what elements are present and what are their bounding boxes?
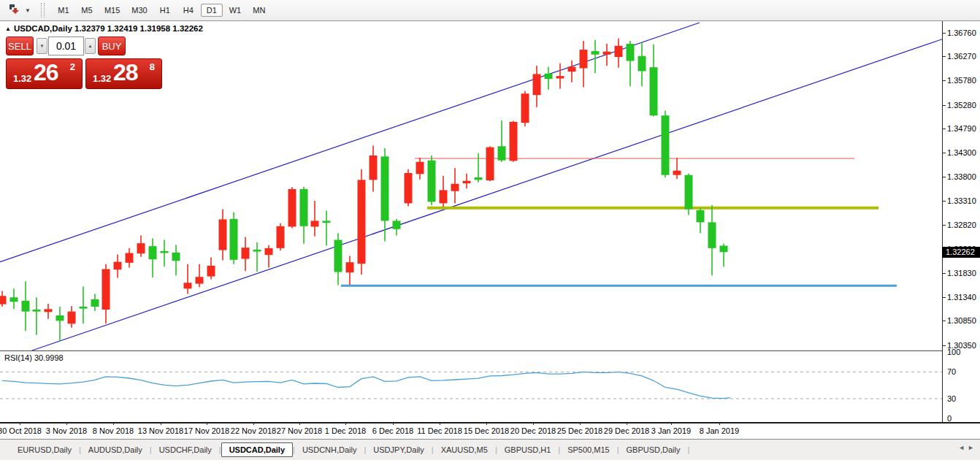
volume-input[interactable]: 0.01 (48, 37, 84, 55)
timeframe-button-d1[interactable]: D1 (201, 4, 223, 17)
sell-price-box[interactable]: 1.32 26 2 (6, 58, 83, 89)
candle (486, 146, 494, 181)
trend-channel-line-2 (32, 39, 942, 350)
price-axis-label: 1.36270 (947, 52, 976, 61)
chart-tab-gbpusd-daily[interactable]: GBPUSD,Daily (619, 443, 688, 456)
time-axis-border (0, 422, 980, 423)
chart-tab-usdcad-daily[interactable]: USDCAD,Daily (221, 442, 293, 457)
timeframe-button-h4[interactable]: H4 (177, 4, 199, 17)
price-axis-tick (942, 297, 946, 298)
timeframe-button-m30[interactable]: M30 (126, 4, 152, 17)
date-axis-tick (253, 423, 254, 425)
tab-scroll-left-icon[interactable]: ◄ (958, 444, 968, 451)
timeframe-button-h1[interactable]: H1 (154, 4, 176, 17)
date-axis-tick (20, 423, 20, 425)
date-axis-tick (627, 423, 627, 425)
rsi-axis-label: 30 (947, 394, 956, 403)
candle (720, 244, 728, 267)
date-axis-tick (207, 423, 207, 425)
timeframe-button-m1[interactable]: M1 (53, 4, 74, 17)
price-axis-label: 1.36760 (947, 28, 976, 37)
candle (56, 307, 64, 341)
date-axis-label: 15 Dec 2018 (464, 426, 509, 435)
buy-price-prefix: 1.32 (93, 73, 111, 84)
volume-down-spinner[interactable]: ▼ (37, 38, 47, 54)
timeframe-button-m15[interactable]: M15 (99, 4, 125, 17)
collapse-icon[interactable]: ▲ (5, 26, 11, 32)
candle (126, 248, 134, 268)
candle (685, 174, 693, 215)
candle (370, 146, 378, 192)
candle (650, 45, 658, 117)
candle (673, 158, 681, 179)
sell-price-main: 26 (34, 59, 58, 86)
candle (242, 237, 250, 271)
chart-tab-sp500-m15[interactable]: SP500,M15 (560, 443, 616, 456)
chart-tab-usdcnh-daily[interactable]: USDCNH,Daily (295, 443, 364, 456)
rsi-axis-label: 0 (947, 414, 952, 423)
buy-button[interactable]: BUY (98, 37, 126, 55)
candle (68, 306, 76, 327)
chart-tab-usdjpy-daily[interactable]: USDJPY,Daily (366, 443, 432, 456)
price-axis-label: 1.31830 (947, 269, 976, 277)
chart-tab-eurusd-daily[interactable]: EURUSD,Daily (10, 443, 79, 456)
candle (137, 235, 145, 256)
date-axis-label: 30 Oct 2018 (0, 426, 42, 435)
chart-ohlc-values: 1.32379 1.32419 1.31958 1.32262 (74, 24, 203, 33)
timeframe-button-mn[interactable]: MN (248, 4, 270, 17)
candle (405, 169, 413, 207)
chart-tab-xauusd-m5[interactable]: XAUUSD,M5 (434, 443, 495, 456)
buy-price-box[interactable]: 1.32 28 8 (85, 58, 162, 89)
date-axis-tick (486, 423, 487, 425)
tab-separator: | (687, 445, 689, 454)
chart-tabbar: EURUSD,Daily|AUDUSD,Daily|USDCHF,Daily|U… (0, 440, 980, 460)
candle (475, 153, 483, 183)
chart-header: ▲USDCAD,Daily 1.32379 1.32419 1.31958 1.… (5, 24, 203, 33)
candle (10, 288, 18, 309)
candle (230, 212, 238, 264)
date-axis-tick (440, 423, 440, 425)
price-axis-label: 1.33800 (947, 172, 976, 181)
date-axis-label: 25 Dec 2018 (557, 426, 602, 435)
date-axis-label: 22 Nov 2018 (231, 426, 276, 435)
rsi-axis-label: 70 (947, 367, 956, 376)
candle (533, 66, 541, 107)
price-axis-label: 1.35780 (947, 76, 976, 85)
date-axis-label: 20 Dec 2018 (510, 426, 556, 435)
price-axis-tick (942, 177, 946, 177)
price-arrows-icon (7, 3, 20, 18)
price-axis-label: 1.34790 (947, 124, 976, 133)
toolbar-dropdown-caret-icon[interactable]: ▼ (25, 7, 31, 14)
chart-tab-gbpusd-h1[interactable]: GBPUSD,H1 (497, 443, 559, 456)
tab-scroll-arrows[interactable]: ◄► (958, 444, 977, 451)
price-axis-tick (942, 153, 946, 153)
chart-tab-audusd-daily[interactable]: AUDUSD,Daily (81, 443, 150, 456)
date-axis-label: 27 Nov 2018 (277, 426, 322, 435)
date-axis-label: 13 Nov 2018 (138, 426, 183, 435)
candle (463, 174, 471, 189)
candle (196, 264, 204, 287)
candle (346, 256, 354, 285)
price-axis-tick (942, 105, 946, 106)
chart-tab-usdchf-daily[interactable]: USDCHF,Daily (152, 443, 219, 456)
candle (102, 264, 110, 323)
tab-scroll-right-icon[interactable]: ► (968, 444, 977, 451)
date-axis-tick (66, 423, 67, 425)
candle (580, 41, 588, 87)
candle (603, 44, 611, 66)
date-axis-tick (113, 423, 114, 425)
toolbar-grip[interactable] (41, 3, 45, 18)
candle (172, 245, 180, 275)
indicator-separator[interactable] (0, 350, 942, 351)
price-axis-label: 1.33310 (947, 196, 976, 205)
timeframe-button-m5[interactable]: M5 (76, 4, 98, 17)
volume-up-spinner[interactable]: ▲ (85, 38, 96, 54)
price-axis-tick (942, 80, 946, 81)
date-axis-tick (393, 423, 394, 425)
candle (592, 40, 600, 73)
candle (521, 91, 529, 126)
price-arrows-icon-button[interactable]: ▼ (7, 3, 31, 18)
sell-button[interactable]: SELL (6, 37, 34, 55)
date-axis-tick (671, 423, 672, 425)
timeframe-button-w1[interactable]: W1 (224, 4, 247, 17)
